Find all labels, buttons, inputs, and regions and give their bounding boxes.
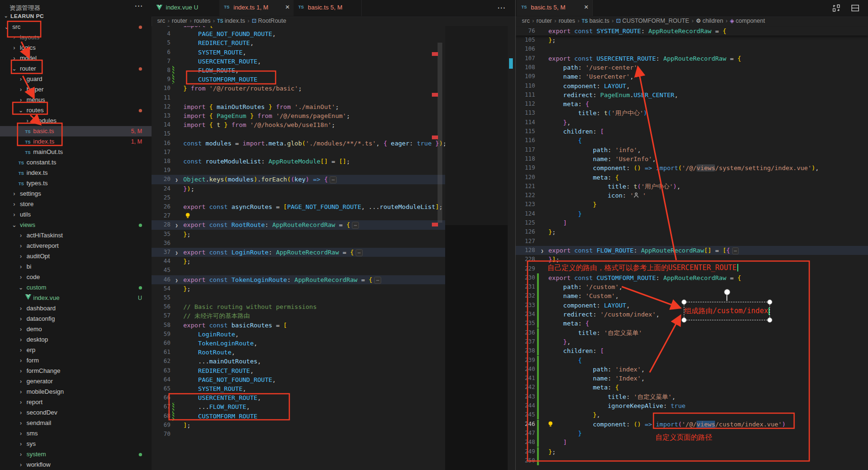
breadcrumb-item-src[interactable]: src: [522, 18, 530, 24]
code-line-15[interactable]: 15: [152, 129, 445, 138]
code-line-5[interactable]: 5 REDIRECT_ROUTE,: [152, 38, 445, 47]
selection-handle[interactable]: [767, 299, 772, 305]
code-line-54[interactable]: 54};: [152, 284, 445, 293]
code-line-122[interactable]: 122 icon: ' ': [515, 191, 868, 200]
tree-item-custom[interactable]: ⌄custom: [0, 282, 152, 293]
fold-chevron-icon[interactable]: ❯: [175, 276, 178, 285]
tree-item-index-vue[interactable]: index.vueU: [0, 293, 152, 303]
code-line-10[interactable]: 10} from '/@/router/routes/basic';: [152, 84, 445, 93]
code-line-12[interactable]: 12import { mainOutRoutes } from './mainO…: [152, 102, 445, 111]
tree-item-store[interactable]: ›store: [0, 199, 152, 209]
folded-region-badge[interactable]: ⋯: [330, 176, 337, 183]
close-icon[interactable]: ✕: [285, 4, 290, 10]
code-line-27[interactable]: 27: [152, 211, 445, 220]
tree-item-modules[interactable]: ›modules: [0, 116, 152, 126]
code-line-66[interactable]: 66 USERCENTER_ROUTE,: [152, 393, 445, 402]
rotation-handle[interactable]: [724, 289, 730, 295]
tree-item-system[interactable]: ›system: [0, 449, 152, 460]
tree-item-guard[interactable]: ›guard: [0, 74, 152, 84]
code-line-20[interactable]: 20❯Object.keys(modules).forEach((key) =>…: [152, 175, 445, 184]
code-line-65[interactable]: 65 SYSTEM_ROUTE,: [152, 384, 445, 393]
code-line-61[interactable]: 61 RootRoute,: [152, 348, 445, 357]
tree-item-types-ts[interactable]: TStypes.ts: [0, 178, 152, 189]
code-line-111[interactable]: 111 redirect: PageEnum.USER_CENTER,: [515, 90, 868, 99]
editor-group-separator[interactable]: [515, 0, 516, 470]
code-line-114[interactable]: 114 },: [515, 118, 868, 127]
code-line-17[interactable]: 17: [152, 148, 445, 157]
breadcrumb-item-index-ts[interactable]: TSindex.ts: [217, 18, 245, 24]
tree-item-actHiTaskinst[interactable]: ›actHiTaskinst: [0, 230, 152, 241]
breadcrumb-item-RootRoute[interactable]: ⊡RootRoute: [252, 18, 286, 24]
code-line-115[interactable]: 115 children: [: [515, 127, 868, 136]
fold-chevron-icon[interactable]: ❯: [175, 175, 178, 184]
explorer-root-folder[interactable]: ⌄ LEARUN PC: [0, 11, 152, 22]
code-line-120[interactable]: 120 meta: {: [515, 173, 868, 182]
code-line-231[interactable]: 231 path: '/custom',: [515, 282, 868, 291]
tree-item-erp[interactable]: ›erp: [0, 345, 152, 355]
code-line-25[interactable]: 25: [152, 193, 445, 202]
tree-item-helper[interactable]: ›helper: [0, 84, 152, 95]
breadcrumb-item-CUSTOMFORM_ROUTE[interactable]: ⊡CUSTOMFORM_ROUTE: [616, 18, 689, 24]
tree-item-index-ts[interactable]: TSindex.ts: [0, 168, 152, 178]
code-line-128[interactable]: 128❯export const FLOW_ROUTE: AppRouteRec…: [515, 246, 868, 255]
tree-item-model[interactable]: ›model: [0, 53, 152, 63]
code-line-62[interactable]: 62 ...mainOutRoutes,: [152, 357, 445, 366]
tree-item-bi[interactable]: ›bi: [0, 262, 152, 272]
code-line-119[interactable]: 119 component: () => import('/@/views/sy…: [515, 163, 868, 172]
code-line-56[interactable]: 56// Basic routing without permissions: [152, 302, 445, 311]
code-line-118[interactable]: 118 name: 'UserInfo',: [515, 154, 868, 163]
tree-item-basic-ts[interactable]: TSbasic.ts5, M: [0, 126, 152, 136]
fold-chevron-icon[interactable]: ❯: [175, 248, 178, 257]
tree-item-views[interactable]: ⌄views: [0, 220, 152, 230]
code-line-8[interactable]: 8 FLOW_ROUTE,: [152, 66, 445, 75]
code-line-19[interactable]: 19: [152, 166, 445, 175]
folded-region-badge[interactable]: ⋯: [356, 249, 363, 256]
tab-basic-ts[interactable]: TSbasic.ts 5, M✕: [517, 0, 593, 16]
code-line-3[interactable]: 3import {: [152, 26, 445, 29]
lightbulb-icon[interactable]: [547, 421, 554, 430]
fold-chevron-icon[interactable]: ❯: [541, 246, 544, 255]
code-line-110[interactable]: 110 component: LAYOUT,: [515, 81, 868, 90]
tree-item-report[interactable]: ›report: [0, 397, 152, 407]
code-line-45[interactable]: 45: [152, 266, 445, 275]
tree-item-form[interactable]: ›form: [0, 355, 152, 366]
code-line-60[interactable]: 60 TokenLoginRoute,: [152, 339, 445, 348]
editor-group2[interactable]: 105};106107export const USERCENTER_ROUTE…: [515, 26, 868, 470]
tree-item-dataconfig[interactable]: ›dataconfig: [0, 314, 152, 324]
editor-group1[interactable]: 3import {4 PAGE_NOT_FOUND_ROUTE,5 REDIRE…: [152, 26, 445, 470]
code-line-57[interactable]: 57// 未经许可的基本路由: [152, 311, 445, 320]
tree-item-formChange[interactable]: ›formChange: [0, 366, 152, 376]
breadcrumb-item-children[interactable]: ⚙children: [696, 18, 724, 24]
code-line-35[interactable]: 35};: [152, 230, 445, 239]
code-line-36[interactable]: 36: [152, 239, 445, 248]
code-line-245[interactable]: 245 },: [515, 410, 868, 419]
lightbulb-icon[interactable]: [185, 212, 191, 221]
close-icon[interactable]: ✕: [584, 4, 589, 10]
code-line-108[interactable]: 108 path: '/user-center',: [515, 63, 868, 72]
code-line-250[interactable]: 250: [515, 456, 868, 465]
split-editor-icon[interactable]: [832, 4, 841, 12]
editor-group1-more-actions-icon[interactable]: ⋯: [497, 3, 505, 13]
code-line-64[interactable]: 64 PAGE_NOT_FOUND_ROUTE,: [152, 375, 445, 384]
code-line-238[interactable]: 238 children: [: [515, 346, 868, 355]
code-line-37[interactable]: 37❯export const LoginRoute: AppRouteReco…: [152, 248, 445, 257]
code-line-123[interactable]: 123 }: [515, 200, 868, 209]
code-line-230[interactable]: 230export const CUSTOMFORM_ROUTE: AppRou…: [515, 273, 868, 282]
tree-item-generator[interactable]: ›generator: [0, 376, 152, 387]
code-line-14[interactable]: 14import { t } from '/@/hooks/web/useI18…: [152, 120, 445, 129]
code-line-58[interactable]: 58export const basicRoutes = [: [152, 321, 445, 330]
folded-region-badge[interactable]: ⋯: [374, 277, 381, 284]
code-line-116[interactable]: 116 {: [515, 136, 868, 145]
code-line-237[interactable]: 237 },: [515, 337, 868, 346]
scrollbar[interactable]: [438, 43, 442, 223]
code-line-109[interactable]: 109 name: 'UserCenter',: [515, 72, 868, 81]
sticky-scroll-line-76[interactable]: 76export const SYSTEM_ROUTE: AppRouteRec…: [515, 27, 868, 36]
code-line-107[interactable]: 107export const USERCENTER_ROUTE: AppRou…: [515, 54, 868, 63]
code-line-241[interactable]: 241 name: 'Index',: [515, 374, 868, 383]
code-line-16[interactable]: 16const modules = import.meta.glob('./mo…: [152, 139, 445, 148]
code-line-70[interactable]: 70: [152, 430, 445, 439]
code-line-246[interactable]: 246 component: () => import('/@/views/cu…: [515, 420, 868, 429]
breadcrumb-item-routes[interactable]: routes: [194, 18, 211, 24]
tree-item-sendmail[interactable]: ›sendmail: [0, 418, 152, 428]
tree-item-settings[interactable]: ›settings: [0, 189, 152, 199]
